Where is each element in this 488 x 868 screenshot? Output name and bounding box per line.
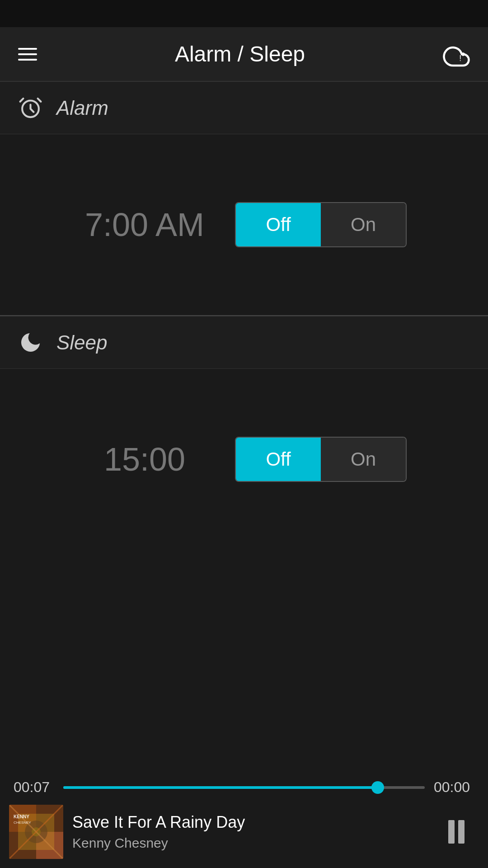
song-title: Save It For A Rainy Day — [72, 813, 429, 832]
elapsed-time: 00:07 — [14, 779, 54, 796]
sleep-toggle-off[interactable]: Off — [236, 438, 321, 481]
sleep-time[interactable]: 15:00 — [81, 441, 208, 478]
page-title: Alarm / Sleep — [175, 42, 305, 66]
svg-text:KENNY: KENNY — [14, 814, 29, 819]
now-playing-info: KENNY CHESNEY Save It For A Rainy Day Ke… — [0, 796, 488, 868]
moon-icon — [18, 330, 43, 355]
sleep-content: 15:00 Off On — [0, 369, 488, 550]
sleep-section: Sleep 15:00 Off On — [0, 316, 488, 550]
sleep-toggle-on[interactable]: On — [321, 438, 406, 481]
alarm-time[interactable]: 7:00 AM — [81, 206, 208, 243]
svg-text:!: ! — [459, 54, 461, 63]
remaining-time: 00:00 — [434, 779, 474, 796]
menu-button[interactable] — [18, 48, 37, 61]
sleep-label: Sleep — [56, 331, 108, 354]
progress-dot — [371, 781, 384, 794]
alarm-section: Alarm 7:00 AM Off On — [0, 81, 488, 316]
alarm-toggle-off[interactable]: Off — [236, 203, 321, 246]
now-playing-bar: 00:07 00:00 KENNY CHESNEY — [0, 770, 488, 868]
alarm-section-header: Alarm — [0, 81, 488, 134]
progress-fill — [63, 786, 378, 789]
sleep-toggle[interactable]: Off On — [235, 437, 407, 482]
alarm-label: Alarm — [56, 97, 108, 119]
cloud-sync-icon[interactable]: ! — [443, 43, 470, 66]
sleep-section-header: Sleep — [0, 316, 488, 369]
song-artist: Kenny Chesney — [72, 835, 429, 851]
song-info: Save It For A Rainy Day Kenny Chesney — [72, 813, 429, 851]
alarm-toggle-on[interactable]: On — [321, 203, 406, 246]
pause-bar-right — [458, 820, 465, 844]
progress-bar-container: 00:07 00:00 — [0, 770, 488, 796]
alarm-toggle[interactable]: Off On — [235, 202, 407, 247]
svg-point-0 — [461, 52, 465, 56]
svg-text:CHESNEY: CHESNEY — [14, 821, 31, 825]
alarm-clock-icon — [18, 95, 43, 120]
status-bar — [0, 0, 488, 27]
header: Alarm / Sleep ! — [0, 27, 488, 81]
album-art: KENNY CHESNEY — [9, 805, 63, 859]
pause-button[interactable] — [438, 818, 474, 845]
pause-bar-left — [448, 820, 455, 844]
album-art-inner: KENNY CHESNEY — [9, 805, 63, 859]
alarm-content: 7:00 AM Off On — [0, 134, 488, 315]
progress-bar[interactable] — [63, 786, 425, 789]
